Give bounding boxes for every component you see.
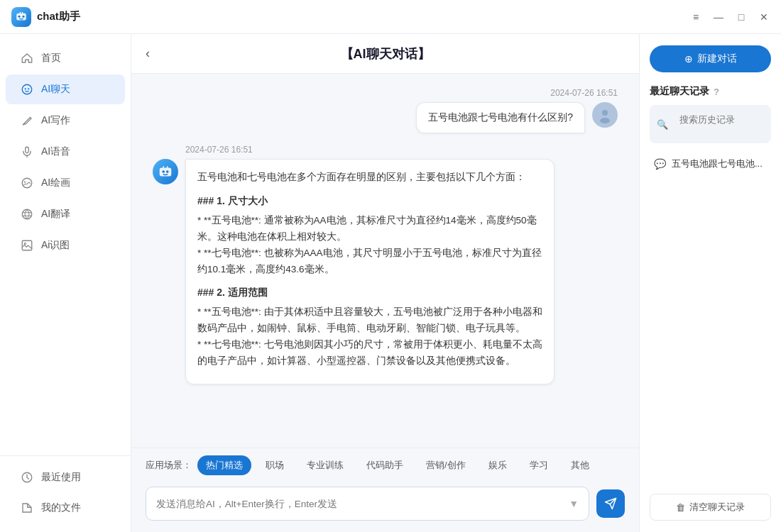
user-message-content: 五号电池跟七号电池有什么区别? [416, 102, 618, 133]
svg-point-17 [600, 118, 610, 123]
svg-point-3 [22, 84, 32, 94]
menu-button[interactable]: ≡ [690, 11, 701, 23]
sidebar-item-myfiles[interactable]: 我的文件 [6, 493, 125, 523]
sidebar-item-ai-write[interactable]: AI写作 [6, 106, 125, 135]
scene-btn-other[interactable]: 其他 [562, 455, 598, 475]
back-button[interactable]: ‹ [146, 46, 150, 61]
chat-icon [20, 82, 34, 96]
image-icon [20, 238, 34, 253]
clear-chat-button[interactable]: 🗑 清空聊天记录 [650, 494, 771, 521]
scene-bar: 应用场景： 热门精选 职场 专业训练 代码助手 营销/创作 娱乐 学习 其他 [131, 448, 639, 481]
chat-messages: 2024-07-26 16:51 五号电池跟七号电池有什么区别? 2024-07… [131, 74, 639, 448]
chat-area: ‹ 【AI聊天对话】 2024-07-26 16:51 五号电池跟七号电池有什么… [131, 34, 639, 532]
svg-point-5 [28, 88, 29, 89]
app-title: chat助手 [37, 10, 690, 23]
chat-title: 【AI聊天对话】 [341, 45, 430, 62]
draw-icon [20, 176, 34, 190]
chat-input[interactable] [156, 499, 569, 509]
plus-icon: ⊕ [684, 53, 693, 65]
bot-text-usage: * **五号电池**: 由于其体积适中且容量较大，五号电池被广泛用于各种小电器和… [197, 304, 542, 370]
recent-label: 最近聊天记录 ? [650, 85, 771, 98]
translate-icon [20, 207, 34, 221]
maximize-button[interactable]: □ [736, 11, 747, 23]
sidebar-label-home: 首页 [41, 52, 61, 65]
bot-avatar [153, 159, 178, 184]
bot-message: 2024-07-26 16:51 五号电池和七号电池在多个方 [153, 145, 618, 384]
bot-section-1: ### 1. 尺寸大小 [197, 193, 542, 210]
sidebar-item-ai-voice[interactable]: AI语音 [6, 137, 125, 167]
input-area: ▼ [131, 481, 639, 532]
search-icon: 🔍 [657, 119, 668, 130]
recent-search: 🔍 [650, 105, 771, 143]
recent-item-text: 五号电池跟七号电池... [672, 157, 763, 170]
info-icon: ? [714, 87, 719, 97]
sidebar-bottom: 最近使用 我的文件 [0, 455, 131, 523]
svg-point-2 [23, 15, 25, 17]
sidebar-label-ai-translate: AI翻译 [41, 208, 70, 221]
right-panel: ⊕ 新建对话 最近聊天记录 ? 🔍 💬 五号电池跟七号电池... 🗑 清空聊天记… [639, 34, 781, 532]
svg-point-1 [18, 15, 21, 17]
svg-point-14 [24, 243, 26, 244]
svg-point-10 [22, 209, 32, 219]
scene-btn-entertain[interactable]: 娱乐 [480, 455, 515, 475]
scene-label: 应用场景： [146, 459, 192, 472]
sidebar-item-ai-translate[interactable]: AI翻译 [6, 199, 125, 229]
sidebar-item-home[interactable]: 首页 [6, 43, 125, 73]
scene-btn-work[interactable]: 职场 [257, 455, 293, 475]
new-chat-button[interactable]: ⊕ 新建对话 [650, 45, 771, 72]
scene-btn-study[interactable]: 学习 [521, 455, 557, 475]
bot-section-2: ### 2. 适用范围 [197, 284, 542, 301]
svg-point-20 [166, 170, 169, 173]
recent-item[interactable]: 💬 五号电池跟七号电池... [650, 152, 771, 176]
user-bubble: 五号电池跟七号电池有什么区别? [416, 102, 585, 133]
clock-icon [20, 470, 34, 484]
file-icon [20, 501, 34, 515]
sidebar-item-ai-draw[interactable]: AI绘画 [6, 168, 125, 198]
svg-rect-6 [26, 147, 29, 153]
scene-btn-marketing[interactable]: 营销/创作 [417, 455, 474, 475]
svg-point-9 [24, 181, 26, 182]
bot-message-content: 五号电池和七号电池在多个方面存在明显的区别，主要包括以下几个方面： ### 1.… [153, 159, 555, 384]
close-button[interactable]: ✕ [758, 11, 770, 23]
bot-text-size: * **五号电池**: 通常被称为AA电池，其标准尺寸为直径约14毫米，高度约5… [197, 213, 542, 278]
scene-btn-train[interactable]: 专业训练 [298, 455, 352, 475]
window-controls: ≡ — □ ✕ [690, 11, 770, 23]
scene-btn-hot[interactable]: 热门精选 [197, 455, 251, 475]
user-timestamp: 2024-07-26 16:51 [550, 88, 618, 98]
sidebar-label-recent: 最近使用 [41, 471, 81, 484]
user-avatar [592, 102, 618, 128]
voice-icon [20, 145, 34, 159]
input-wrapper: ▼ [146, 487, 589, 521]
send-button[interactable] [596, 489, 625, 518]
main-layout: 首页 AI聊天 AI写作 AI语音 AI绘画 [0, 34, 781, 532]
sidebar-label-ai-write: AI写作 [41, 114, 70, 127]
svg-point-8 [22, 178, 32, 188]
recent-label-text: 最近聊天记录 [650, 85, 709, 98]
sidebar-item-ai-chat[interactable]: AI聊天 [6, 74, 125, 104]
trash-icon: 🗑 [676, 502, 685, 513]
home-icon [20, 51, 34, 65]
svg-point-19 [162, 170, 165, 173]
minimize-button[interactable]: — [713, 11, 724, 23]
sidebar-label-ai-draw: AI绘画 [41, 177, 70, 189]
sidebar: 首页 AI聊天 AI写作 AI语音 AI绘画 [0, 34, 131, 532]
sidebar-item-ai-recognize[interactable]: Ai识图 [6, 231, 125, 260]
recent-chat-icon: 💬 [654, 158, 666, 170]
bot-text-intro: 五号电池和七号电池在多个方面存在明显的区别，主要包括以下几个方面： [197, 170, 542, 186]
user-message: 2024-07-26 16:51 五号电池跟七号电池有什么区别? [153, 88, 618, 133]
titlebar: chat助手 ≡ — □ ✕ [0, 0, 781, 34]
svg-point-4 [25, 88, 26, 89]
sidebar-label-ai-recognize: Ai识图 [41, 239, 70, 252]
dropdown-icon[interactable]: ▼ [569, 498, 579, 509]
search-input[interactable] [672, 110, 764, 130]
sidebar-label-ai-chat: AI聊天 [41, 83, 70, 96]
sidebar-label-myfiles: 我的文件 [41, 501, 81, 514]
scene-btn-code[interactable]: 代码助手 [358, 455, 412, 475]
clear-label: 清空聊天记录 [689, 501, 745, 514]
bot-bubble: 五号电池和七号电池在多个方面存在明显的区别，主要包括以下几个方面： ### 1.… [185, 159, 555, 384]
write-icon [20, 113, 34, 128]
svg-point-16 [602, 110, 608, 116]
new-chat-label: 新建对话 [697, 52, 737, 65]
sidebar-item-recent[interactable]: 最近使用 [6, 462, 125, 492]
chat-header: ‹ 【AI聊天对话】 [131, 34, 639, 74]
